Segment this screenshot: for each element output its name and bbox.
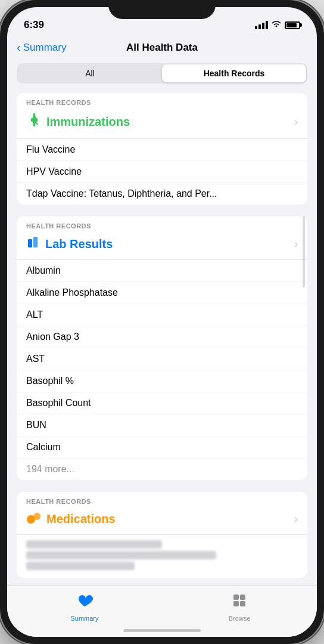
svg-rect-10 bbox=[240, 595, 245, 600]
phone-screen: 6:39 bbox=[7, 7, 317, 637]
home-indicator bbox=[123, 629, 201, 632]
blurred-content bbox=[17, 535, 307, 578]
medications-header-label: HEALTH RECORDS bbox=[17, 492, 307, 509]
tab-browse[interactable]: Browse bbox=[162, 592, 317, 622]
lab-title-row[interactable]: Lab Results › bbox=[17, 233, 307, 260]
medications-title: Medications bbox=[46, 512, 116, 526]
nav-header: ‹ Summary All Health Data bbox=[7, 37, 317, 61]
svg-rect-9 bbox=[233, 595, 239, 600]
svg-rect-11 bbox=[233, 601, 239, 606]
immunization-icon bbox=[26, 112, 42, 131]
blur-line-3 bbox=[26, 562, 135, 570]
lab-icon bbox=[26, 236, 40, 252]
list-item: Basophil % bbox=[17, 370, 307, 392]
list-item: BUN bbox=[17, 414, 307, 436]
summary-tab-label: Summary bbox=[70, 615, 98, 622]
immunizations-title-left: Immunizations bbox=[26, 112, 130, 131]
notch bbox=[108, 0, 216, 19]
svg-rect-5 bbox=[28, 239, 32, 247]
blur-line-2 bbox=[26, 551, 216, 559]
svg-point-8 bbox=[33, 513, 40, 520]
immunizations-title-row[interactable]: Immunizations › bbox=[17, 110, 307, 139]
list-item: Albumin bbox=[17, 260, 307, 282]
blur-line-1 bbox=[26, 540, 162, 549]
page-title: All Health Data bbox=[126, 42, 198, 54]
phone-frame: 6:39 bbox=[0, 0, 324, 644]
browse-tab-label: Browse bbox=[229, 615, 251, 622]
immunizations-chevron: › bbox=[294, 116, 298, 128]
lab-chevron: › bbox=[294, 238, 298, 250]
svg-rect-12 bbox=[240, 601, 245, 606]
medications-section: HEALTH RECORDS Medications › bbox=[17, 492, 307, 578]
immunizations-title: Immunizations bbox=[46, 115, 130, 129]
medications-title-left: Medications bbox=[26, 511, 116, 527]
scroll-indicator bbox=[303, 216, 305, 287]
signal-icon bbox=[255, 21, 268, 29]
lab-title: Lab Results bbox=[45, 237, 113, 251]
wifi-icon bbox=[272, 20, 281, 30]
list-item: Tdap Vaccine: Tetanus, Diphtheria, and P… bbox=[17, 183, 307, 205]
medication-icon bbox=[26, 511, 42, 527]
list-item: Calcium bbox=[17, 436, 307, 459]
summary-heart-icon bbox=[76, 592, 93, 612]
scroll-area[interactable]: HEALTH RECORDS Immunization bbox=[7, 93, 317, 606]
segment-health-records[interactable]: Health Records bbox=[162, 64, 306, 82]
medications-chevron: › bbox=[294, 513, 298, 525]
medications-title-row[interactable]: Medications › bbox=[17, 509, 307, 535]
back-chevron-icon: ‹ bbox=[17, 41, 21, 53]
browse-icon bbox=[231, 592, 248, 612]
list-item: Anion Gap 3 bbox=[17, 326, 307, 348]
back-label: Summary bbox=[23, 42, 67, 54]
list-item: AST bbox=[17, 348, 307, 370]
tab-summary[interactable]: Summary bbox=[7, 592, 162, 622]
back-button[interactable]: ‹ Summary bbox=[17, 42, 66, 54]
lab-title-left: Lab Results bbox=[26, 236, 113, 252]
segment-control: All Health Records bbox=[17, 63, 307, 83]
list-item: ALT bbox=[17, 304, 307, 326]
svg-rect-6 bbox=[33, 237, 38, 247]
immunizations-header-label: HEALTH RECORDS bbox=[17, 93, 307, 110]
list-item: Basophil Count bbox=[17, 392, 307, 414]
more-items-label: 194 more... bbox=[17, 459, 307, 480]
segment-all[interactable]: All bbox=[18, 64, 162, 82]
immunizations-section: HEALTH RECORDS Immunization bbox=[17, 93, 307, 205]
list-item: Flu Vaccine bbox=[17, 139, 307, 161]
status-icons bbox=[255, 20, 300, 30]
list-item: HPV Vaccine bbox=[17, 161, 307, 183]
status-time: 6:39 bbox=[24, 19, 44, 31]
battery-icon bbox=[285, 21, 300, 29]
list-item: Alkaline Phosphatase bbox=[17, 282, 307, 304]
lab-header-label: HEALTH RECORDS bbox=[17, 216, 307, 233]
lab-results-section: HEALTH RECORDS Lab Results › Albumin bbox=[17, 216, 307, 480]
